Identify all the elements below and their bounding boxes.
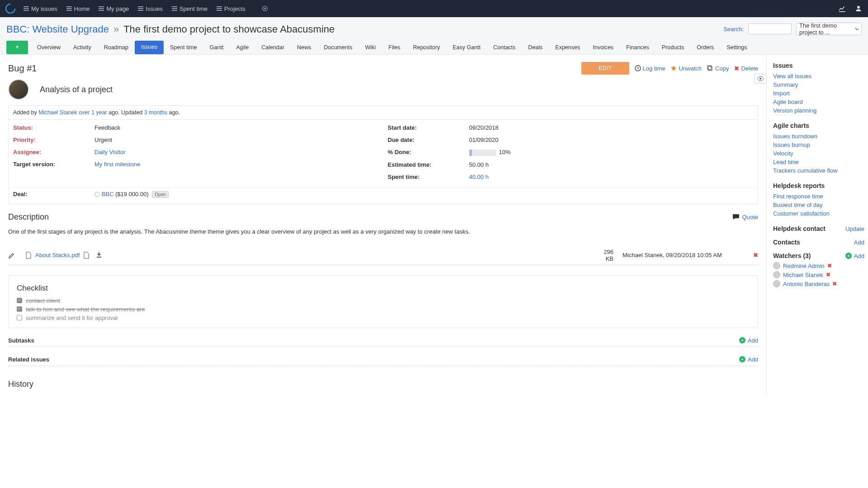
- topnav-projects[interactable]: Projects: [217, 5, 245, 12]
- tab-expenses[interactable]: Expenses: [549, 41, 586, 54]
- copy-link[interactable]: Copy: [707, 65, 729, 72]
- svg-rect-2: [24, 10, 29, 11]
- add-related[interactable]: +Add: [739, 356, 758, 363]
- delete-attachment-icon[interactable]: ✖: [740, 252, 758, 258]
- remove-watcher-icon[interactable]: ✖: [827, 263, 832, 269]
- side-link-busiest-time-of-day[interactable]: Busiest time of day: [773, 202, 864, 208]
- tab-news[interactable]: News: [291, 41, 317, 54]
- side-link-customer-satisfaction[interactable]: Customer satisfaction: [773, 210, 864, 217]
- tab-contacts[interactable]: Contacts: [487, 41, 522, 54]
- user-icon[interactable]: [854, 5, 863, 13]
- side-link-version-planning[interactable]: Version planning: [773, 107, 864, 114]
- watcher-link[interactable]: Antonio Banderas: [783, 281, 830, 287]
- checklist-item[interactable]: talk to him and see what the requirement…: [17, 306, 750, 313]
- svg-rect-4: [66, 8, 72, 9]
- topnav-spent-time[interactable]: Spent time: [172, 5, 208, 12]
- topnav-issues[interactable]: Issues: [138, 5, 163, 12]
- tab-calendar[interactable]: Calendar: [255, 41, 291, 54]
- toggle-sidebar[interactable]: [754, 74, 767, 84]
- side-link-view-all-issues[interactable]: View all issues: [773, 73, 864, 80]
- watcher-link[interactable]: Michael Stanek: [783, 272, 823, 278]
- add-contact[interactable]: Add: [854, 239, 864, 246]
- tab-overview[interactable]: Overview: [31, 41, 67, 54]
- tab-deals[interactable]: Deals: [522, 41, 549, 54]
- avatar: [773, 280, 780, 287]
- topnav-home[interactable]: Home: [66, 5, 90, 12]
- side-link-first-response-time[interactable]: First response time: [773, 193, 864, 200]
- watcher-link[interactable]: Redmine Admin: [783, 263, 825, 269]
- quote-button[interactable]: Quote: [732, 214, 758, 221]
- add-icon[interactable]: [254, 5, 268, 12]
- download-icon[interactable]: [96, 252, 102, 258]
- target-version-link[interactable]: My first milestone: [94, 161, 140, 168]
- search-input[interactable]: [748, 23, 792, 34]
- tab-roadmap[interactable]: Roadmap: [98, 41, 135, 54]
- checkbox[interactable]: [17, 306, 22, 312]
- unwatch-link[interactable]: Unwatch: [670, 65, 702, 72]
- preview-icon[interactable]: [83, 252, 90, 259]
- edit-button[interactable]: EDIT: [581, 62, 629, 75]
- status-value: Feedback: [94, 124, 379, 131]
- tab-wiki[interactable]: Wiki: [359, 41, 382, 54]
- created-ago-link[interactable]: over 1 year: [79, 109, 107, 116]
- side-link-velocity[interactable]: Velocity: [773, 150, 864, 157]
- deal-link[interactable]: BBC: [102, 191, 114, 197]
- updated-ago-link[interactable]: 3 months: [144, 109, 167, 116]
- avatar: [773, 262, 780, 269]
- add-watcher[interactable]: +Add: [845, 253, 864, 259]
- delete-link[interactable]: ✖ Delete: [734, 65, 758, 72]
- tab-documents[interactable]: Documents: [317, 41, 359, 54]
- remove-watcher-icon[interactable]: ✖: [826, 272, 830, 278]
- tab-easy-gantt[interactable]: Easy Gantt: [446, 41, 487, 54]
- tab-invoices[interactable]: Invoices: [586, 41, 620, 54]
- side-link-agile-board[interactable]: Agile board: [773, 99, 864, 105]
- priority-value: Urgent: [94, 136, 379, 143]
- checklist-item[interactable]: summarize and send it for approval: [17, 314, 750, 321]
- tab-orders[interactable]: Orders: [690, 41, 720, 54]
- topnav-my-page[interactable]: My page: [99, 5, 129, 12]
- add-subtask[interactable]: +Add: [739, 337, 758, 344]
- tab-settings[interactable]: Settings: [720, 41, 753, 54]
- tab-repository[interactable]: Repository: [406, 41, 446, 54]
- tab-agile[interactable]: Agile: [230, 41, 255, 54]
- side-link-lead-time[interactable]: Lead time: [773, 159, 864, 165]
- side-link-issues-burndown[interactable]: Issues burndown: [773, 133, 864, 140]
- checklist-item[interactable]: contact client: [17, 297, 750, 304]
- topnav-my-issues[interactable]: My issues: [24, 5, 57, 12]
- log-time-link[interactable]: Log time: [635, 65, 665, 72]
- author-link[interactable]: Michael Stanek: [38, 109, 77, 116]
- tab-gantt[interactable]: Gantt: [203, 41, 230, 54]
- attachment-link[interactable]: About Stacks.pdf: [35, 252, 80, 258]
- remove-watcher-icon[interactable]: ✖: [832, 281, 837, 287]
- quote-icon: [732, 214, 740, 220]
- side-issues-heading: Issues: [773, 62, 864, 69]
- logo[interactable]: [3, 1, 17, 15]
- assignee-link[interactable]: Daily Visitor: [94, 149, 125, 155]
- side-helpdesk-heading: Helpdesk reports: [773, 182, 864, 189]
- tab-finances[interactable]: Finances: [620, 41, 656, 54]
- tab-activity[interactable]: Activity: [67, 41, 98, 54]
- svg-rect-6: [99, 6, 104, 7]
- update-helpdesk-contact[interactable]: Update: [845, 225, 864, 232]
- chart-icon[interactable]: [838, 5, 846, 13]
- add-tab[interactable]: +: [6, 41, 28, 54]
- svg-rect-9: [138, 6, 143, 7]
- side-link-summary[interactable]: Summary: [773, 81, 864, 88]
- edit-attachment-icon[interactable]: [8, 252, 25, 259]
- attachment-size: 296 KB: [595, 249, 623, 262]
- tab-files[interactable]: Files: [382, 41, 406, 54]
- checkbox[interactable]: [17, 315, 22, 320]
- svg-rect-1: [24, 8, 29, 9]
- tab-products[interactable]: Products: [656, 41, 690, 54]
- side-link-trackers-cumulative-flow[interactable]: Trackers cumulative flow: [773, 167, 864, 174]
- tab-spent-time[interactable]: Spent time: [164, 41, 203, 54]
- project-link[interactable]: BBC: Website Upgrade: [6, 23, 109, 35]
- plus-icon: +: [845, 253, 852, 259]
- checkbox[interactable]: [17, 298, 22, 303]
- project-selector[interactable]: The first demo project to ...: [796, 23, 862, 35]
- tab-issues[interactable]: Issues: [135, 41, 164, 54]
- side-link-import[interactable]: Import: [773, 90, 864, 97]
- spent-time-link[interactable]: 40.00 h: [469, 174, 489, 180]
- side-link-issues-burnup[interactable]: Issues burnup: [773, 141, 864, 148]
- svg-rect-7: [99, 8, 104, 9]
